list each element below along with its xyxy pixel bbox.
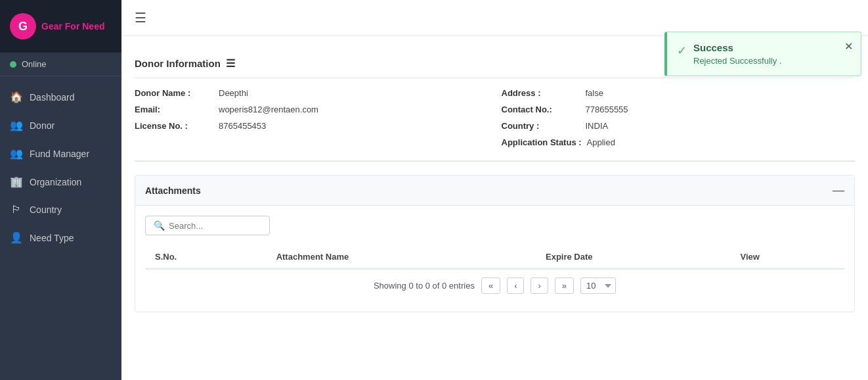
first-page-button[interactable]: «	[481, 277, 500, 294]
license-row: License No. : 8765455453	[135, 121, 488, 131]
sidebar-item-need-type[interactable]: 👤 Need Type	[0, 224, 121, 252]
need-type-icon: 👤	[10, 231, 23, 244]
sidebar-item-fund-manager[interactable]: 👥 Fund Manager	[0, 139, 121, 168]
collapse-icon[interactable]: —	[833, 183, 844, 197]
toast-close-button[interactable]: ✕	[844, 40, 853, 53]
sidebar-item-country[interactable]: 🏳 Country	[0, 196, 121, 224]
search-icon: 🔍	[154, 220, 165, 231]
col-view: View	[731, 245, 844, 269]
donor-info-title: Donor Information ☰	[135, 57, 235, 70]
email-value: woperis812@rentaen.com	[219, 105, 318, 114]
per-page-select[interactable]: 10 25 50 100	[580, 277, 616, 294]
contact-label: Contact No.:	[502, 105, 580, 114]
nav-items: 🏠 Dashboard 👥 Donor 👥 Fund Manager 🏢 Org…	[0, 76, 121, 252]
online-label: Online	[22, 59, 47, 69]
sidebar: G Gear For Need Online 🏠 Dashboard 👥 Don…	[0, 0, 121, 380]
prev-page-button[interactable]: ‹	[507, 277, 524, 294]
search-input[interactable]	[169, 221, 261, 231]
country-icon: 🏳	[10, 204, 23, 216]
donor-name-value: Deepthi	[219, 88, 248, 98]
dashboard-icon: 🏠	[10, 91, 23, 103]
donor-icon: 👥	[10, 119, 23, 131]
sidebar-item-label: Need Type	[30, 233, 74, 243]
sidebar-item-label: Fund Manager	[30, 149, 89, 159]
sidebar-item-label: Donor	[30, 120, 54, 131]
pagination-row: Showing 0 to 0 of 0 entries « ‹ › » 10 2…	[145, 270, 844, 302]
online-dot	[10, 61, 16, 68]
col-expire-date: Expire Date	[536, 245, 731, 269]
license-value: 8765455453	[219, 121, 266, 131]
menu-icon: ☰	[226, 57, 235, 70]
license-label: License No. :	[135, 121, 213, 131]
online-status: Online	[0, 53, 121, 76]
sidebar-item-donor[interactable]: 👥 Donor	[0, 111, 121, 139]
search-box: 🔍	[145, 216, 270, 235]
main-content: ☰ ✓ Success Rejected Successfully . ✕ Do…	[121, 0, 868, 380]
donor-name-label: Donor Name :	[135, 88, 213, 98]
country-row: Country : INDIA	[502, 121, 856, 131]
address-value: false	[586, 88, 603, 98]
address-row: Address : false	[502, 88, 856, 98]
hamburger-icon[interactable]: ☰	[135, 10, 146, 26]
attachments-table: S.No. Attachment Name Expire Date View	[145, 245, 844, 270]
donor-info-left: Donor Name : Deepthi Email: woperis812@r…	[135, 88, 488, 147]
sidebar-item-organization[interactable]: 🏢 Organization	[0, 168, 121, 196]
toast-content: Success Rejected Successfully .	[693, 42, 781, 66]
address-label: Address :	[502, 88, 580, 98]
pagination-info: Showing 0 to 0 of 0 entries	[374, 281, 475, 291]
logo-icon: G	[10, 13, 36, 39]
organization-icon: 🏢	[10, 176, 23, 188]
donor-info-grid: Donor Name : Deepthi Email: woperis812@r…	[135, 88, 855, 162]
col-attachment-name: Attachment Name	[267, 245, 536, 269]
toast-message: Rejected Successfully .	[693, 56, 781, 66]
toast-title: Success	[693, 42, 781, 53]
logo-text: Gear For Need	[41, 21, 104, 32]
email-row: Email: woperis812@rentaen.com	[135, 105, 488, 114]
table-header: S.No. Attachment Name Expire Date View	[145, 245, 844, 269]
last-page-button[interactable]: »	[555, 277, 574, 294]
fund-manager-icon: 👥	[10, 147, 23, 160]
app-status-value: Applied	[587, 137, 615, 147]
contact-row: Contact No.: 778655555	[502, 105, 856, 114]
app-status-label: Application Status :	[502, 137, 582, 147]
col-sno: S.No.	[145, 245, 267, 269]
sidebar-item-label: Country	[30, 204, 62, 215]
attachments-body: 🔍 S.No. Attachment Name Expire Date View	[135, 206, 854, 312]
toast-check-icon: ✓	[677, 43, 687, 58]
sidebar-logo: G Gear For Need	[0, 0, 121, 53]
sidebar-item-label: Dashboard	[30, 92, 75, 103]
success-toast: ✓ Success Rejected Successfully . ✕	[664, 32, 861, 76]
attachments-section: Attachments — 🔍 S.No. Attachment Name Ex…	[135, 175, 855, 312]
country-label: Country :	[502, 121, 580, 131]
next-page-button[interactable]: ›	[531, 277, 548, 294]
sidebar-item-dashboard[interactable]: 🏠 Dashboard	[0, 83, 121, 111]
app-status-row: Application Status : Applied	[502, 137, 856, 147]
country-value: INDIA	[586, 121, 609, 131]
sidebar-item-label: Organization	[30, 177, 81, 187]
attachments-title: Attachments	[145, 185, 201, 196]
donor-name-row: Donor Name : Deepthi	[135, 88, 488, 98]
page-content: Donor Information ☰ Donor Name : Deepthi…	[121, 36, 868, 380]
donor-info-right: Address : false Contact No.: 778655555 C…	[502, 88, 856, 147]
header-bar: ☰	[121, 0, 868, 36]
attachments-header: Attachments —	[135, 176, 854, 206]
email-label: Email:	[135, 105, 213, 114]
contact-value: 778655555	[586, 105, 628, 114]
